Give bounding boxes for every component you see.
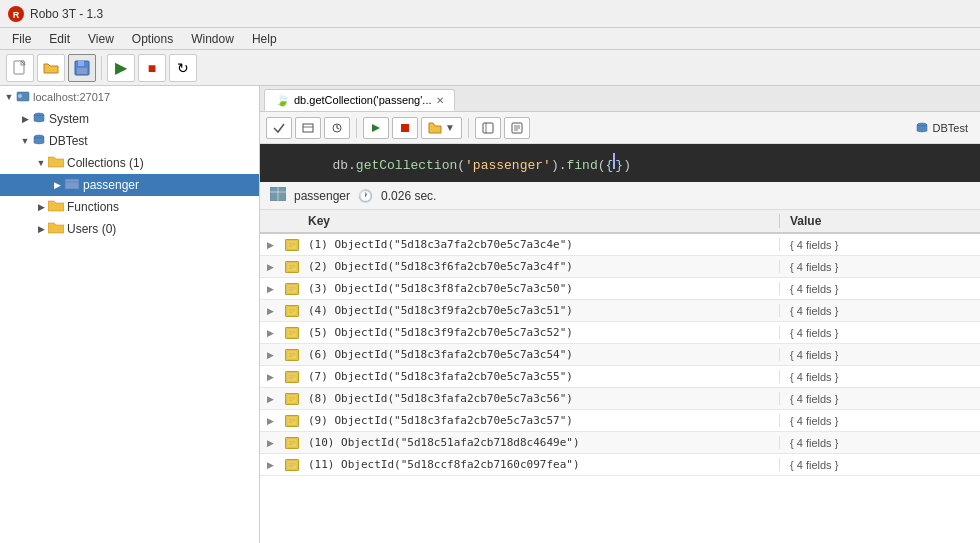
- row-key: (7) ObjectId("5d18c3fafa2cb70e5c7a3c55"): [304, 370, 780, 383]
- document-icon: [285, 459, 299, 471]
- new-button[interactable]: [6, 54, 34, 82]
- row-key: (4) ObjectId("5d18c3f9fa2cb70e5c7a3c51"): [304, 304, 780, 317]
- row-expand-icon: ▶: [260, 416, 280, 426]
- svg-rect-10: [65, 179, 79, 189]
- root-label: localhost:27017: [33, 91, 110, 103]
- system-db-icon: [32, 111, 46, 128]
- table-header: Key Value: [260, 210, 980, 234]
- row-key: (6) ObjectId("5d18c3fafa2cb70e5c7a3c54"): [304, 348, 780, 361]
- query-text: db.getCollection('passenger').find({}): [270, 138, 631, 188]
- query-btn-7[interactable]: [475, 117, 501, 139]
- row-key: (8) ObjectId("5d18c3fafa2cb70e5c7a3c56"): [304, 392, 780, 405]
- row-doc-icon: [280, 349, 304, 361]
- row-doc-icon: [280, 283, 304, 295]
- users-folder-icon: [48, 222, 64, 237]
- passenger-collection-icon: [64, 178, 80, 193]
- menu-bar: File Edit View Options Window Help: [0, 28, 980, 50]
- tab-label: db.getCollection('passeng'...: [294, 94, 432, 106]
- table-row[interactable]: ▶ (1) ObjectId("5d18c3a7fa2cb70e5c7a3c4e…: [260, 234, 980, 256]
- row-doc-icon: [280, 393, 304, 405]
- functions-label: Functions: [67, 200, 119, 214]
- system-expand-icon: ▶: [18, 112, 32, 126]
- row-key: (3) ObjectId("5d18c3f8fa2cb70e5c7a3c50"): [304, 282, 780, 295]
- row-expand-icon: ▶: [260, 438, 280, 448]
- row-expand-icon: ▶: [260, 460, 280, 470]
- sidebar-dbtest[interactable]: ▼ DBTest: [0, 130, 259, 152]
- table-row[interactable]: ▶ (5) ObjectId("5d18c3f9fa2cb70e5c7a3c52…: [260, 322, 980, 344]
- table-row[interactable]: ▶ (2) ObjectId("5d18c3f6fa2cb70e5c7a3c4f…: [260, 256, 980, 278]
- row-expand-icon: ▶: [260, 284, 280, 294]
- row-expand-icon: ▶: [260, 350, 280, 360]
- query-btn-5[interactable]: [392, 117, 418, 139]
- menu-edit[interactable]: Edit: [41, 30, 78, 48]
- table-row[interactable]: ▶ (10) ObjectId("5d18c51afa2cb718d8c4649…: [260, 432, 980, 454]
- row-key: (5) ObjectId("5d18c3f9fa2cb70e5c7a3c52"): [304, 326, 780, 339]
- query-btn-4[interactable]: [363, 117, 389, 139]
- header-value-col: Value: [780, 214, 980, 228]
- menu-options[interactable]: Options: [124, 30, 181, 48]
- functions-folder-icon: [48, 200, 64, 215]
- save-button[interactable]: [68, 54, 96, 82]
- row-doc-icon: [280, 327, 304, 339]
- table-row[interactable]: ▶ (7) ObjectId("5d18c3fafa2cb70e5c7a3c55…: [260, 366, 980, 388]
- row-value: { 4 fields }: [780, 415, 980, 427]
- row-value: { 4 fields }: [780, 239, 980, 251]
- query-btn-3[interactable]: [324, 117, 350, 139]
- dbtest-icon: [32, 133, 46, 150]
- document-icon: [285, 305, 299, 317]
- document-icon: [285, 371, 299, 383]
- menu-view[interactable]: View: [80, 30, 122, 48]
- query-btn-2[interactable]: [295, 117, 321, 139]
- query-btn-1[interactable]: [266, 117, 292, 139]
- passenger-label: passenger: [83, 178, 139, 192]
- table-row[interactable]: ▶ (9) ObjectId("5d18c3fafa2cb70e5c7a3c57…: [260, 410, 980, 432]
- row-value: { 4 fields }: [780, 305, 980, 317]
- stop-button[interactable]: ■: [138, 54, 166, 82]
- row-value: { 4 fields }: [780, 437, 980, 449]
- sidebar-functions[interactable]: ▶ Functions: [0, 196, 259, 218]
- menu-window[interactable]: Window: [183, 30, 242, 48]
- row-key: (9) ObjectId("5d18c3fafa2cb70e5c7a3c57"): [304, 414, 780, 427]
- sidebar-root[interactable]: ▼ localhost:27017: [0, 86, 259, 108]
- menu-file[interactable]: File: [4, 30, 39, 48]
- tab-close-icon[interactable]: ✕: [436, 95, 444, 106]
- document-icon: [285, 327, 299, 339]
- title-bar: R Robo 3T - 1.3: [0, 0, 980, 28]
- refresh-button[interactable]: ↻: [169, 54, 197, 82]
- query-editor[interactable]: db.getCollection('passenger').find({}): [260, 144, 980, 182]
- row-doc-icon: [280, 459, 304, 471]
- users-label: Users (0): [67, 222, 116, 236]
- query-btn-8[interactable]: [504, 117, 530, 139]
- row-value: { 4 fields }: [780, 261, 980, 273]
- row-expand-icon: ▶: [260, 394, 280, 404]
- svg-rect-5: [77, 68, 87, 74]
- document-icon: [285, 393, 299, 405]
- svg-rect-19: [483, 123, 493, 133]
- users-expand-icon: ▶: [34, 222, 48, 236]
- table-row[interactable]: ▶ (8) ObjectId("5d18c3fafa2cb70e5c7a3c56…: [260, 388, 980, 410]
- query-btn-6[interactable]: ▼: [421, 117, 462, 139]
- row-value: { 4 fields }: [780, 393, 980, 405]
- query-tab[interactable]: 🍃 db.getCollection('passeng'... ✕: [264, 89, 455, 111]
- table-row[interactable]: ▶ (3) ObjectId("5d18c3f8fa2cb70e5c7a3c50…: [260, 278, 980, 300]
- sidebar-collections[interactable]: ▼ Collections (1): [0, 152, 259, 174]
- root-icon: [16, 89, 30, 106]
- sidebar-system[interactable]: ▶ System: [0, 108, 259, 130]
- content-area: 🍃 db.getCollection('passeng'... ✕: [260, 86, 980, 543]
- row-doc-icon: [280, 239, 304, 251]
- row-doc-icon: [280, 437, 304, 449]
- table-row[interactable]: ▶ (6) ObjectId("5d18c3fafa2cb70e5c7a3c54…: [260, 344, 980, 366]
- results-bar: passenger 🕐 0.026 sec.: [260, 182, 980, 210]
- table-row[interactable]: ▶ (11) ObjectId("5d18ccf8fa2cb7160c097fe…: [260, 454, 980, 476]
- row-value: { 4 fields }: [780, 327, 980, 339]
- row-doc-icon: [280, 371, 304, 383]
- table-row[interactable]: ▶ (4) ObjectId("5d18c3f9fa2cb70e5c7a3c51…: [260, 300, 980, 322]
- open-button[interactable]: [37, 54, 65, 82]
- document-icon: [285, 261, 299, 273]
- run-button[interactable]: ▶: [107, 54, 135, 82]
- sidebar-users[interactable]: ▶ Users (0): [0, 218, 259, 240]
- menu-help[interactable]: Help: [244, 30, 285, 48]
- row-expand-icon: ▶: [260, 240, 280, 250]
- sidebar-passenger[interactable]: ▶ passenger: [0, 174, 259, 196]
- row-expand-icon: ▶: [260, 372, 280, 382]
